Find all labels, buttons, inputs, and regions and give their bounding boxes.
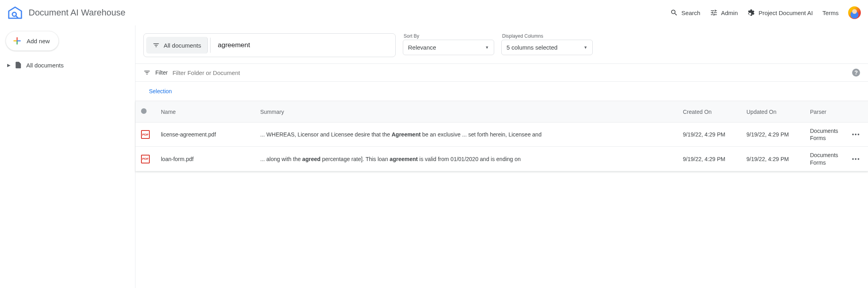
col-header-parser[interactable]: Parser xyxy=(804,101,844,123)
sort-by-group: Sort By Relevance ▼ xyxy=(403,33,494,55)
search-scope-label: All documents xyxy=(164,42,201,49)
tabs: Selection xyxy=(135,82,868,101)
row-more-button[interactable]: ••• xyxy=(852,156,860,162)
row-summary: ... along with the agreed percentage rat… xyxy=(255,147,677,171)
search-input[interactable] xyxy=(211,34,395,57)
svg-line-1 xyxy=(16,16,18,18)
document-icon xyxy=(14,61,22,69)
sidebar-item-all-documents[interactable]: ▶ All documents xyxy=(4,59,131,71)
chevron-down-icon: ▼ xyxy=(584,45,588,50)
sidebar-all-docs-label: All documents xyxy=(26,62,64,69)
filter-list-icon xyxy=(153,42,160,49)
tab-selection[interactable]: Selection xyxy=(143,82,178,101)
row-more-button[interactable]: ••• xyxy=(852,131,860,138)
row-name-cell[interactable]: loan-form.pdf xyxy=(155,147,255,171)
header-left: Document AI Warehouse xyxy=(7,6,126,20)
filter-label: Filter xyxy=(155,69,168,76)
app-logo-icon xyxy=(7,6,23,20)
filter-input[interactable] xyxy=(172,69,847,76)
col-header-actions xyxy=(844,101,868,123)
row-parser: Documents Forms xyxy=(804,147,844,171)
controls-row: All documents Sort By Relevance ▼ Displa… xyxy=(135,25,868,63)
pdf-icon: PDF xyxy=(141,155,150,163)
layout: Add new ▶ All documents All documents So… xyxy=(0,25,868,288)
sort-by-select[interactable]: Relevance ▼ xyxy=(403,40,494,55)
add-new-button[interactable]: Add new xyxy=(6,31,59,51)
app-title: Document AI Warehouse xyxy=(29,8,126,18)
caret-right-icon: ▶ xyxy=(7,63,10,68)
row-select[interactable]: PDF xyxy=(135,123,155,147)
col-header-created[interactable]: Created On xyxy=(677,101,741,123)
gear-icon xyxy=(747,9,755,17)
col-header-summary[interactable]: Summary xyxy=(255,101,677,123)
search-icon xyxy=(670,9,678,17)
table-row[interactable]: PDF license-agreement.pdf ... WHEREAS, L… xyxy=(135,123,868,147)
nav-project[interactable]: Project Document AI xyxy=(747,9,813,17)
tune-icon xyxy=(710,9,718,17)
nav-admin-label: Admin xyxy=(721,10,738,16)
nav-terms[interactable]: Terms xyxy=(822,10,839,16)
nav-terms-label: Terms xyxy=(822,10,839,16)
nav-project-label: Project Document AI xyxy=(758,10,813,16)
table-row[interactable]: PDF loan-form.pdf ... along with the agr… xyxy=(135,147,868,171)
displayed-columns-label: Displayed Columns xyxy=(501,33,593,39)
chevron-down-icon: ▼ xyxy=(485,45,489,50)
results-table: Name Summary Created On Updated On Parse… xyxy=(135,101,868,171)
displayed-columns-value: 5 columns selected xyxy=(506,44,557,51)
nav-search-label: Search xyxy=(681,10,700,16)
row-updated: 9/19/22, 4:29 PM xyxy=(741,147,804,171)
row-updated: 9/19/22, 4:29 PM xyxy=(741,123,804,147)
nav-search[interactable]: Search xyxy=(670,9,700,17)
row-created: 9/19/22, 4:29 PM xyxy=(677,147,741,171)
app-header: Document AI Warehouse Search Admin Proje… xyxy=(0,0,868,25)
file-name: license-agreement.pdf xyxy=(161,131,216,138)
row-parser: Documents Forms xyxy=(804,123,844,147)
pdf-icon: PDF xyxy=(141,130,150,139)
col-header-updated[interactable]: Updated On xyxy=(741,101,804,123)
user-avatar[interactable] xyxy=(848,6,861,19)
sort-by-label: Sort By xyxy=(403,33,494,39)
filter-row: Filter ? xyxy=(135,63,868,82)
displayed-columns-group: Displayed Columns 5 columns selected ▼ xyxy=(501,33,593,55)
table-header-row: Name Summary Created On Updated On Parse… xyxy=(135,101,868,123)
file-name: loan-form.pdf xyxy=(161,156,193,162)
displayed-columns-select[interactable]: 5 columns selected ▼ xyxy=(501,40,593,55)
row-select[interactable]: PDF xyxy=(135,147,155,171)
row-summary: ... WHEREAS, Licensor and Licensee desir… xyxy=(255,123,677,147)
row-name-cell[interactable]: license-agreement.pdf xyxy=(155,123,255,147)
search-bar: All documents xyxy=(143,33,396,57)
sidebar: Add new ▶ All documents xyxy=(0,25,135,288)
header-right: Search Admin Project Document AI Terms xyxy=(670,6,861,19)
nav-admin[interactable]: Admin xyxy=(710,9,738,17)
filter-icon xyxy=(143,69,151,76)
row-created: 9/19/22, 4:29 PM xyxy=(677,123,741,147)
help-icon[interactable]: ? xyxy=(852,69,860,77)
search-scope-chip[interactable]: All documents xyxy=(146,37,208,54)
sort-by-value: Relevance xyxy=(408,44,436,51)
col-header-name[interactable]: Name xyxy=(155,101,255,123)
select-all-header[interactable] xyxy=(135,101,155,123)
main-content: All documents Sort By Relevance ▼ Displa… xyxy=(135,25,868,288)
add-new-label: Add new xyxy=(27,38,50,44)
plus-icon xyxy=(12,36,22,46)
